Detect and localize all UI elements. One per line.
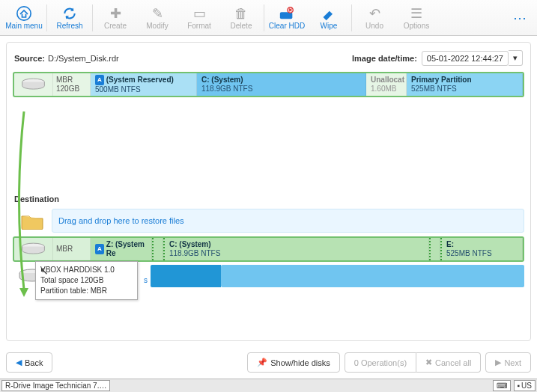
arrow-right-icon: ▶ (495, 358, 501, 367)
disk-icon (14, 238, 53, 260)
create-label: Create (104, 22, 127, 30)
options-icon: ☰ (410, 5, 422, 22)
create-button[interactable]: ✚ Create (94, 1, 136, 35)
pencil-icon: ✎ (152, 5, 163, 22)
more-menu[interactable]: ⋯ (506, 10, 534, 26)
cancel-label: Cancel all (435, 358, 471, 367)
wipe-label: Wipe (321, 22, 338, 30)
destination-label: Destination (13, 190, 524, 208)
source-disk-row[interactable]: MBR 120GB A(System Reserved) 500MB NTFS … (13, 72, 524, 97)
undo-button[interactable]: ↶ Undo (354, 1, 395, 35)
home-icon (16, 5, 31, 22)
options-button[interactable]: ☰ Options (395, 1, 437, 35)
datetime-dropdown[interactable]: ▾ (509, 50, 523, 66)
next-button[interactable]: ▶ Next (485, 352, 531, 373)
arrow-left-icon: ◀ (16, 358, 22, 367)
active-badge: A (95, 244, 104, 254)
partition-c[interactable]: C: (System) 118.9GB NTFS (197, 73, 366, 96)
svg-point-0 (17, 7, 31, 20)
show-hide-disks-button[interactable]: 📌 Show/hide disks (247, 352, 340, 373)
refresh-label: Refresh (56, 22, 82, 30)
clear-hdd-label: Clear HDD (269, 22, 305, 30)
partition-z[interactable]: AZ: (System Re (91, 238, 152, 260)
partition-c-dest[interactable]: C: (System) 118.9GB NTFS (163, 238, 429, 260)
taskbar-app[interactable]: R-Drive Image Technician 7.… (1, 380, 110, 391)
taskbar: R-Drive Image Technician 7.… ⌨ ▪US (0, 379, 537, 392)
keyboard-indicator[interactable]: ⌨ (493, 380, 511, 391)
partition-primary[interactable]: Primary Partition 525MB NTFS (407, 73, 523, 96)
trash-icon: 🗑 (234, 5, 248, 22)
usage-bar-filled (151, 265, 221, 287)
disk-type: MBR (56, 245, 73, 254)
partition-system-reserved[interactable]: A(System Reserved) 500MB NTFS (91, 73, 197, 96)
datetime-value: 05-01-2022 12:44:27 (422, 51, 509, 66)
back-button[interactable]: ◀ Back (6, 352, 52, 373)
options-label: Options (404, 22, 429, 30)
destination-disk-row[interactable]: MBR AZ: (System Re C: (System) 118.9GB N… (13, 236, 524, 262)
modify-button[interactable]: ✎ Modify (136, 1, 178, 35)
disk-meta: MBR 120GB (53, 73, 91, 96)
partition-unallocated[interactable]: Unallocat 1.60MB (366, 73, 407, 96)
refresh-button[interactable]: Refresh (49, 1, 91, 35)
separator (92, 4, 93, 31)
disk-tooltip: VBOX HARDDISK 1.0 Total space 120GB Part… (35, 261, 138, 300)
operations-group: 0 Operation(s) ✖ Cancel all (345, 352, 482, 373)
next-label: Next (504, 358, 521, 367)
partition-gap[interactable] (429, 238, 440, 260)
source-label: Source: (14, 54, 45, 63)
toolbar: Main menu Refresh ✚ Create ✎ Modify ▭ Fo… (0, 0, 537, 36)
lang-indicator[interactable]: ▪US (514, 380, 536, 391)
active-badge: A (95, 75, 104, 85)
cancel-icon: ✖ (425, 358, 432, 367)
wipe-button[interactable]: Wipe (308, 1, 350, 35)
operations-button[interactable]: 0 Operation(s) (345, 352, 416, 373)
clear-hdd-icon (279, 5, 295, 22)
undo-label: Undo (365, 22, 383, 30)
modify-label: Modify (146, 22, 168, 30)
pin-icon: 📌 (257, 358, 267, 367)
disk-meta: MBR (53, 238, 91, 260)
format-label: Format (187, 22, 211, 30)
footer: ◀ Back 📌 Show/hide disks 0 Operation(s) … (6, 352, 531, 373)
datetime-label: Image date/time: (352, 54, 417, 63)
source-path: D:/System_Disk.rdr (48, 54, 119, 63)
disk-size: 120GB (56, 85, 79, 94)
disk-type: MBR (56, 76, 73, 85)
delete-button[interactable]: 🗑 Delete (220, 1, 262, 35)
cancel-all-button[interactable]: ✖ Cancel all (416, 352, 481, 373)
format-icon: ▭ (193, 5, 206, 22)
marker-text: s (144, 276, 148, 284)
separator (264, 4, 264, 31)
back-label: Back (25, 358, 43, 367)
source-info-row: Source: D:/System_Disk.rdr Image date/ti… (13, 49, 524, 72)
folder-icon (13, 212, 52, 230)
separator (351, 4, 352, 31)
partition-e[interactable]: E: 525MB NTFS (440, 238, 523, 260)
disk-icon (14, 73, 53, 96)
drop-zone[interactable]: Drag and drop here to restore files (52, 209, 524, 233)
tooltip-line2: Total space 120GB (40, 275, 133, 286)
main-area: Source: D:/System_Disk.rdr Image date/ti… (0, 36, 537, 347)
refresh-icon (62, 5, 77, 22)
eraser-icon (321, 5, 336, 22)
partition-gap[interactable] (152, 238, 163, 260)
format-button[interactable]: ▭ Format (178, 1, 220, 35)
drop-row: Drag and drop here to restore files (13, 208, 524, 233)
tooltip-line3: Partition table: MBR (40, 286, 133, 296)
usage-bar-total (221, 265, 524, 287)
main-menu-button[interactable]: Main menu (3, 1, 45, 35)
clear-hdd-button[interactable]: Clear HDD (266, 1, 308, 35)
plus-icon: ✚ (110, 5, 121, 22)
show-hide-label: Show/hide disks (270, 358, 330, 367)
separator (46, 4, 47, 31)
undo-icon: ↶ (369, 5, 380, 22)
main-menu-label: Main menu (5, 22, 42, 30)
delete-label: Delete (231, 22, 252, 30)
tooltip-line1: VBOX HARDDISK 1.0 (40, 265, 133, 275)
ops-label: 0 Operation(s) (354, 358, 407, 367)
